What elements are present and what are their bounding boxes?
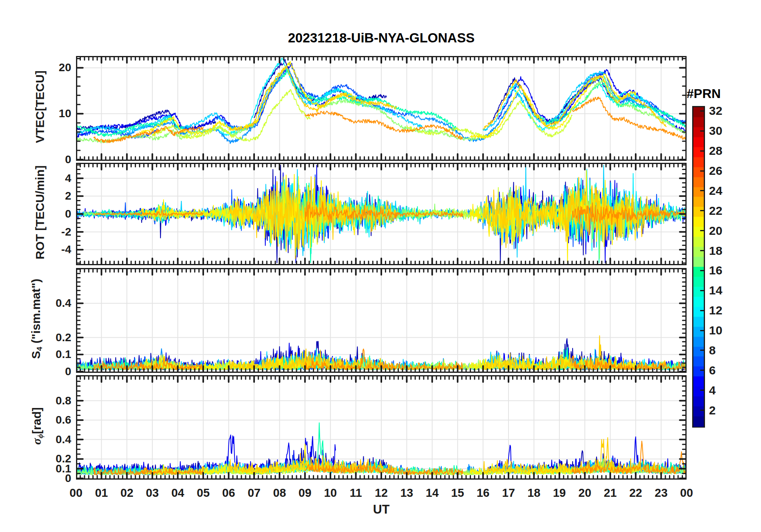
colorbar-block [693, 297, 704, 307]
colorbar-tick [700, 250, 704, 251]
colorbar-tick [700, 410, 704, 411]
colorbar-block [693, 337, 704, 347]
panel-sigma [76, 375, 687, 480]
colorbar-block [693, 237, 704, 247]
ytick-label: 0 [27, 365, 71, 378]
rot-plot-canvas [77, 164, 685, 264]
ytick-label: 0.2 [27, 452, 71, 465]
x-axis-title: UT [76, 502, 687, 517]
vtec-plot-canvas [77, 57, 685, 160]
colorbar-block [693, 147, 704, 157]
colorbar-block [693, 167, 704, 177]
ytick-label: 20 [27, 61, 71, 74]
ytick-label: 4 [27, 172, 71, 185]
colorbar-tick-label: 26 [709, 164, 722, 178]
colorbar-block [693, 197, 704, 207]
colorbar-block [693, 267, 704, 277]
colorbar-block [693, 386, 704, 396]
colorbar-tick [700, 270, 704, 271]
colorbar-block [693, 416, 704, 426]
colorbar-block [693, 187, 704, 197]
ytick-label: -4 [27, 243, 71, 256]
colorbar [692, 106, 705, 428]
colorbar-block [693, 277, 704, 287]
colorbar-tick [700, 390, 704, 391]
ytick-label: 0.6 [27, 414, 71, 426]
colorbar-tick [700, 310, 704, 311]
colorbar-block [693, 207, 704, 217]
colorbar-tick-label: 30 [709, 124, 722, 138]
colorbar-tick-label: 24 [709, 184, 722, 198]
colorbar-tick-label: 32 [709, 104, 722, 118]
colorbar-tick [700, 230, 704, 231]
sigma-plot-canvas [77, 376, 685, 478]
colorbar-block [693, 177, 704, 187]
colorbar-block [693, 217, 704, 227]
colorbar-block [693, 257, 704, 267]
chart-title: 20231218-UiB-NYA-GLONASS [76, 30, 687, 46]
colorbar-tick [700, 130, 704, 132]
colorbar-tick-label: 10 [709, 324, 722, 337]
colorbar-tick [700, 150, 704, 152]
colorbar-title: #PRN [687, 86, 721, 101]
ytick-label: 0.4 [27, 297, 71, 310]
ytick-label: 0 [27, 208, 71, 220]
colorbar-block [693, 347, 704, 357]
colorbar-block [693, 247, 704, 257]
colorbar-tick [700, 210, 704, 211]
panel-s4 [76, 268, 687, 373]
colorbar-block [693, 406, 704, 416]
colorbar-block [693, 317, 704, 327]
colorbar-tick-label: 20 [709, 224, 722, 238]
colorbar-block [693, 376, 704, 386]
colorbar-tick-label: 6 [709, 364, 716, 377]
colorbar-block [693, 287, 704, 297]
colorbar-tick [700, 330, 704, 331]
colorbar-block [693, 157, 704, 167]
ytick-label: 0.4 [27, 433, 71, 446]
ytick-label: 2 [27, 190, 71, 202]
colorbar-tick-label: 8 [709, 344, 716, 357]
panel-vtec [76, 56, 687, 161]
colorbar-tick [700, 290, 704, 291]
ytick-label: 0 [27, 153, 71, 166]
colorbar-tick-label: 16 [709, 264, 722, 277]
colorbar-tick-label: 28 [709, 144, 722, 158]
ytick-label: 0.2 [27, 331, 71, 344]
colorbar-tick [700, 350, 704, 351]
colorbar-block [693, 137, 704, 147]
colorbar-tick [700, 170, 704, 172]
colorbar-tick-label: 22 [709, 204, 722, 218]
xtick-label: 00 [669, 486, 705, 500]
colorbar-tick-label: 12 [709, 304, 722, 317]
colorbar-block [693, 327, 704, 337]
colorbar-block [693, 366, 704, 376]
colorbar-block [693, 127, 704, 137]
colorbar-tick-label: 14 [709, 284, 722, 297]
ytick-label: 10 [27, 107, 71, 120]
panel-rot [76, 163, 687, 265]
ytick-label: 0.1 [27, 348, 71, 361]
s4-plot-canvas [77, 269, 685, 372]
colorbar-block [693, 307, 704, 317]
figure-root: 20231218-UiB-NYA-GLONASS VTEC[TECU] ROT … [0, 0, 761, 532]
ytick-label: 0.8 [27, 394, 71, 407]
colorbar-block [693, 107, 704, 117]
colorbar-tick [700, 110, 704, 112]
colorbar-tick-label: 4 [709, 384, 716, 397]
colorbar-block [693, 117, 704, 127]
colorbar-tick [700, 190, 704, 191]
colorbar-block [693, 227, 704, 237]
colorbar-tick-label: 2 [709, 404, 716, 417]
colorbar-tick-label: 18 [709, 244, 722, 258]
colorbar-block [693, 396, 704, 406]
colorbar-tick [700, 370, 704, 371]
ytick-label: -2 [27, 226, 71, 238]
colorbar-block [693, 356, 704, 366]
